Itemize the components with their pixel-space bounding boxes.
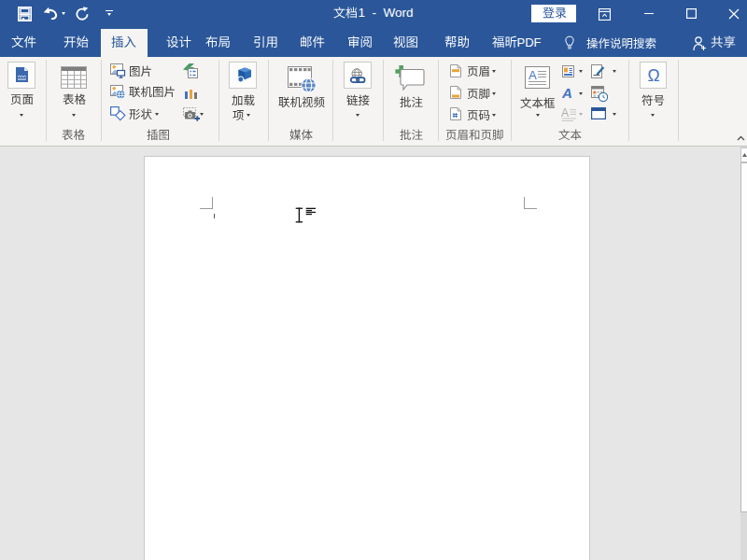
svg-text:A: A xyxy=(562,87,572,100)
svg-text:A: A xyxy=(529,68,537,82)
svg-text:A: A xyxy=(561,106,569,119)
